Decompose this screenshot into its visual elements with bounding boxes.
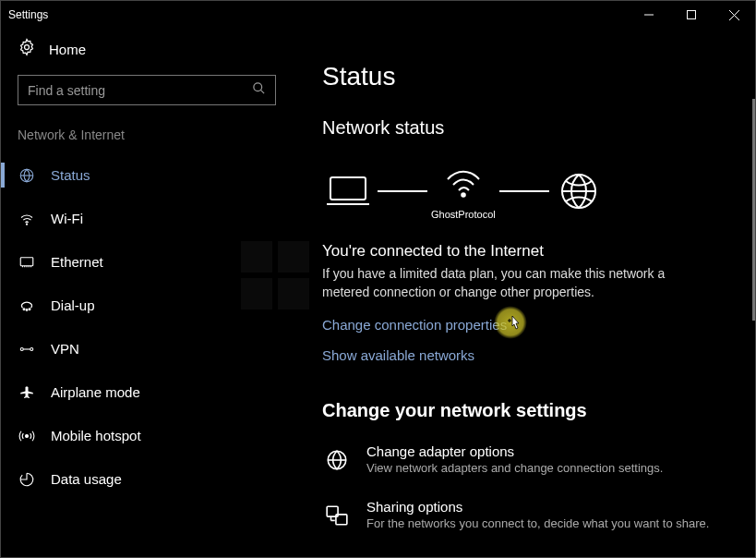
svg-point-5	[254, 83, 262, 91]
svg-point-19	[20, 347, 23, 350]
status-icon	[18, 166, 36, 185]
svg-point-17	[26, 309, 28, 310]
sidebar-item-status[interactable]: Status	[1, 153, 296, 197]
search-input[interactable]	[28, 83, 252, 98]
sidebar-item-label: Data usage	[51, 471, 122, 487]
titlebar[interactable]: Settings	[1, 1, 755, 29]
svg-point-16	[23, 308, 25, 309]
connector-line	[378, 190, 427, 192]
wifi-signal-icon	[438, 163, 489, 203]
sidebar-item-label: Dial-up	[51, 297, 95, 313]
sharing-options[interactable]: Sharing options For the networks you con…	[322, 499, 729, 530]
svg-rect-34	[241, 241, 272, 273]
show-available-networks-link[interactable]: Show available networks	[322, 347, 729, 363]
sidebar-item-wifi[interactable]: Wi-Fi	[1, 197, 296, 240]
watermark	[241, 241, 315, 319]
home-label: Home	[49, 42, 86, 57]
setting-desc: For the networks you connect to, decide …	[366, 516, 709, 530]
change-settings-heading: Change your network settings	[322, 400, 729, 421]
network-diagram: GhostProtocol	[322, 163, 729, 220]
svg-rect-1	[688, 11, 696, 19]
vpn-icon	[18, 340, 36, 358]
airplane-icon	[18, 383, 36, 402]
sidebar-item-label: Mobile hotspot	[51, 428, 141, 443]
svg-rect-23	[330, 177, 366, 200]
svg-rect-36	[241, 278, 272, 309]
maximize-button[interactable]	[670, 1, 713, 29]
change-connection-properties-link[interactable]: Change connection properties	[322, 317, 729, 333]
main-content: Status Network status GhostProtocol	[296, 29, 755, 557]
sharing-icon	[322, 501, 352, 530]
svg-rect-10	[20, 257, 33, 265]
window-controls	[628, 1, 755, 29]
svg-point-22	[26, 434, 29, 437]
search-icon	[252, 81, 266, 99]
sidebar-item-label: Ethernet	[51, 254, 103, 270]
svg-rect-37	[278, 278, 309, 309]
svg-line-6	[260, 90, 264, 93]
dialup-icon	[18, 297, 36, 315]
connection-status-heading: You're connected to the Internet	[322, 242, 729, 261]
setting-label: Change adapter options	[366, 443, 663, 459]
close-button[interactable]	[713, 1, 755, 29]
sidebar-item-label: VPN	[51, 341, 79, 357]
sidebar-item-airplane[interactable]: Airplane mode	[1, 370, 296, 414]
section-header: Network & Internet	[1, 127, 296, 153]
gear-icon	[18, 38, 36, 60]
svg-point-18	[29, 308, 30, 309]
page-title: Status	[322, 62, 729, 91]
svg-point-4	[25, 45, 30, 50]
svg-point-20	[30, 347, 33, 350]
network-name-label: GhostProtocol	[431, 209, 496, 220]
adapter-icon	[322, 445, 352, 475]
sidebar-item-label: Status	[51, 167, 90, 183]
setting-desc: View network adapters and change connect…	[366, 461, 663, 475]
connection-status-desc: If you have a limited data plan, you can…	[322, 264, 710, 302]
search-box[interactable]	[18, 75, 276, 105]
wifi-icon	[18, 210, 36, 228]
svg-point-9	[26, 224, 27, 224]
ethernet-icon	[18, 253, 36, 272]
sidebar-item-datausage[interactable]: Data usage	[1, 457, 296, 501]
hotspot-icon	[18, 427, 36, 445]
scrollbar[interactable]	[752, 99, 755, 321]
window-title: Settings	[8, 8, 48, 21]
datausage-icon	[18, 470, 36, 489]
sidebar-item-label: Wi-Fi	[51, 211, 83, 226]
minimize-button[interactable]	[628, 1, 670, 29]
sidebar-item-vpn[interactable]: VPN	[1, 327, 296, 370]
network-status-heading: Network status	[322, 117, 729, 139]
setting-label: Sharing options	[366, 499, 709, 515]
svg-point-25	[462, 193, 465, 197]
svg-rect-35	[278, 241, 309, 273]
change-adapter-options[interactable]: Change adapter options View network adap…	[322, 443, 729, 475]
computer-icon	[322, 171, 374, 212]
globe-icon	[553, 171, 605, 212]
sidebar-item-label: Airplane mode	[51, 384, 140, 400]
sidebar-item-hotspot[interactable]: Mobile hotspot	[1, 414, 296, 457]
settings-window: Settings Home Network & Internet	[0, 0, 756, 558]
connector-line	[499, 190, 549, 192]
home-button[interactable]: Home	[1, 29, 296, 75]
